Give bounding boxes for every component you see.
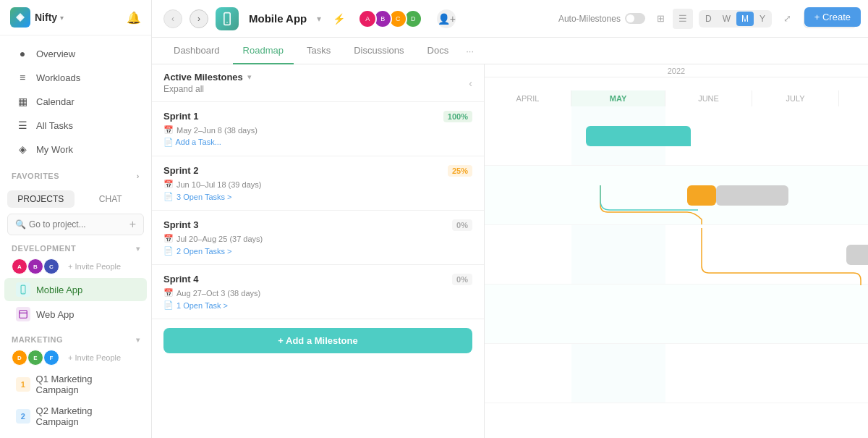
svg-point-0 — [19, 16, 22, 20]
lightning-icon: ⚡ — [333, 13, 345, 25]
add-milestone-button[interactable]: + Add a Milestone — [163, 328, 472, 353]
expand-all[interactable]: Expand all — [163, 84, 252, 94]
project-item-mobile-app[interactable]: Mobile App — [4, 278, 147, 301]
sidebar-label-calendar: Calendar — [36, 96, 75, 107]
sprint-3-header: Sprint 3 0% — [163, 219, 472, 231]
gantt-panel: 2022 APRIL MAY JUNE JULY AUGUST SEPTEMBE… — [485, 64, 868, 438]
fullscreen-button[interactable]: ⤢ — [778, 9, 798, 29]
back-button[interactable]: ‹ — [163, 9, 182, 28]
mobile-app-icon — [16, 282, 30, 297]
sprint-1-add-task[interactable]: 📄 Add a Task... — [163, 138, 472, 147]
mkt-avatar-3: F — [43, 350, 59, 366]
search-project-input[interactable] — [29, 219, 129, 229]
month-may: MAY — [571, 90, 665, 106]
more-tabs-button[interactable]: ··· — [461, 38, 478, 64]
sidebar-item-overview[interactable]: ● Overview — [4, 42, 147, 65]
project-item-q1[interactable]: 1 Q1 Marketing Campaign — [4, 369, 147, 400]
sidebar-label-workloads: Workloads — [36, 72, 80, 83]
milestones-title: Active Milestones — [163, 72, 243, 83]
marketing-section-label[interactable]: MARKETING ▾ — [0, 329, 151, 347]
sidebar-item-workloads[interactable]: ≡ Workloads — [4, 66, 147, 89]
sidebar-item-all-tasks[interactable]: ☰ All Tasks — [4, 114, 147, 137]
sidebar-item-my-work[interactable]: ◈ My Work — [4, 138, 147, 161]
overview-icon: ● — [16, 47, 29, 60]
sidebar-nav: ● Overview ≡ Workloads ▦ Calendar ☰ All … — [0, 35, 151, 167]
create-button[interactable]: + Create — [804, 7, 861, 27]
project-dropdown-arrow[interactable]: ▾ — [317, 14, 321, 24]
sidebar: Nifty ▾ 🔔 ● Overview ≡ Workloads ▦ Calen… — [0, 0, 152, 438]
q1-icon: 1 — [16, 377, 30, 392]
add-project-button[interactable]: + — [129, 218, 136, 231]
sprint-2-header: Sprint 2 25% — [163, 165, 472, 177]
document-icon-4: 📄 — [163, 300, 174, 310]
week-button[interactable]: W — [718, 12, 736, 26]
project-item-web-app[interactable]: Web App — [4, 303, 147, 326]
gantt-months: APRIL MAY JUNE JULY AUGUST SEPTEMBER OCT… — [485, 90, 868, 106]
sprint-3-tasks[interactable]: 📄 2 Open Tasks > — [163, 246, 472, 256]
sprint-4-tasks[interactable]: 📄 1 Open Task > — [163, 300, 472, 310]
auto-milestones-toggle[interactable] — [625, 13, 645, 24]
development-section-label[interactable]: DEVELOPMENT ▾ — [0, 238, 151, 256]
chat-tab[interactable]: CHAT — [77, 190, 145, 208]
day-button[interactable]: D — [700, 12, 717, 26]
calendar-icon-1: 📅 — [163, 125, 174, 135]
sprint-4-date: 📅 Aug 27–Oct 3 (38 days) — [163, 288, 472, 298]
tab-discussions[interactable]: Discussions — [344, 38, 414, 64]
bell-icon[interactable]: 🔔 — [127, 11, 141, 25]
auto-milestones-label: Auto-Milestones — [558, 14, 621, 24]
grid-view-button[interactable]: ⊞ — [651, 9, 671, 29]
gantt-body — [485, 106, 868, 403]
development-team-avatars: A B C + Invite People — [0, 256, 151, 277]
month-august: AUGUST — [839, 90, 868, 106]
product-section[interactable]: PRODUCT ℹ › — [0, 435, 151, 438]
calendar-icon-3: 📅 — [163, 234, 174, 243]
projects-tab[interactable]: PROJECTS — [7, 190, 75, 208]
add-member-button[interactable]: 👤+ — [437, 9, 456, 28]
mkt-invite-people[interactable]: + Invite People — [68, 353, 121, 362]
sprint-2: Sprint 2 25% 📅 Jun 10–Jul 18 (39 days) 📄… — [152, 156, 484, 211]
milestones-dropdown-arrow[interactable]: ▾ — [247, 72, 252, 82]
favorites-section[interactable]: FAVORITES › — [0, 167, 151, 185]
forward-button[interactable]: › — [190, 9, 208, 28]
milestones-panel: Active Milestones ▾ Expand all ‹ Sprint … — [152, 64, 485, 438]
tab-tasks[interactable]: Tasks — [297, 38, 341, 64]
nifty-logo — [10, 7, 30, 28]
month-button[interactable]: M — [736, 12, 754, 26]
sidebar-label-overview: Overview — [36, 49, 75, 59]
sprint-1-bar[interactable] — [586, 126, 691, 146]
marketing-label: MARKETING — [12, 335, 63, 344]
project-item-q2[interactable]: 2 Q2 Marketing Campaign — [4, 401, 147, 431]
list-view-button[interactable]: ☰ — [673, 9, 693, 29]
calendar-icon-4: 📅 — [163, 288, 174, 298]
sprint-2-bar-end[interactable] — [716, 185, 788, 206]
q1-label: Q1 Marketing Campaign — [36, 374, 135, 395]
search-icon: 🔍 — [15, 219, 26, 229]
calendar-icon-2: 📅 — [163, 180, 174, 189]
sprint-3-action: 2 Open Tasks > — [176, 247, 232, 256]
marketing-chevron: ▾ — [136, 336, 140, 344]
year-button[interactable]: Y — [754, 12, 770, 26]
month-july: JULY — [752, 90, 839, 106]
mkt-avatar-2: E — [27, 350, 43, 366]
dev-invite-people[interactable]: + Invite People — [68, 262, 121, 271]
sprint-2-bar-start[interactable] — [687, 185, 716, 206]
sprint-4-name: Sprint 4 — [163, 274, 198, 285]
development-chevron: ▾ — [136, 245, 140, 253]
sprint-1-name: Sprint 1 — [163, 111, 198, 122]
sprint-3-name: Sprint 3 — [163, 219, 198, 230]
tab-roadmap[interactable]: Roadmap — [233, 38, 294, 64]
svg-rect-3 — [20, 311, 27, 319]
sprint-3: Sprint 3 0% 📅 Jul 20–Aug 25 (37 days) 📄 … — [152, 211, 484, 265]
tab-dashboard[interactable]: Dashboard — [163, 38, 230, 64]
sidebar-header: Nifty ▾ 🔔 — [0, 0, 151, 35]
calendar-icon: ▦ — [16, 95, 29, 108]
sprint-2-badge: 25% — [448, 165, 472, 177]
sprint-1-action: Add a Task... — [175, 138, 221, 146]
sprint-2-tasks[interactable]: 📄 3 Open Tasks > — [163, 192, 472, 201]
app-name: Nifty — [35, 12, 57, 23]
sidebar-item-calendar[interactable]: ▦ Calendar — [4, 90, 147, 113]
sprint-3-bar[interactable] — [846, 245, 868, 265]
panel-collapse-button[interactable]: ‹ — [469, 77, 472, 89]
tab-docs[interactable]: Docs — [417, 38, 459, 64]
top-team-avatars: A B C D — [358, 9, 422, 28]
